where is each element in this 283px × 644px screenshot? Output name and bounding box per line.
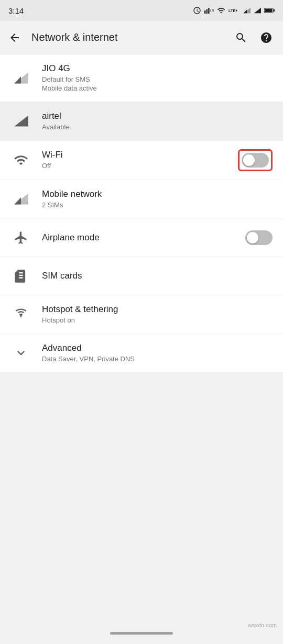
hotspot-icon bbox=[10, 304, 31, 325]
mobile-network-item[interactable]: Mobile network 2 SIMs bbox=[0, 180, 283, 219]
page-title: Network & internet bbox=[31, 31, 228, 43]
airtel-content: airtel Available bbox=[42, 110, 273, 132]
airtel-title: airtel bbox=[42, 110, 273, 122]
svg-text:LTE+: LTE+ bbox=[228, 8, 238, 13]
sim-cards-item[interactable]: SIM cards bbox=[0, 257, 283, 295]
volte-icon: LTE bbox=[204, 6, 214, 15]
airtel-subtitle: Available bbox=[42, 123, 273, 132]
svg-text:LTE: LTE bbox=[210, 9, 214, 12]
wifi-toggle-highlight bbox=[238, 149, 273, 171]
help-icon bbox=[260, 31, 273, 44]
svg-rect-2 bbox=[208, 8, 209, 14]
jio-subtitle: Default for SMSMobile data active bbox=[42, 75, 273, 93]
alarm-icon bbox=[193, 6, 201, 15]
mobile-network-content: Mobile network 2 SIMs bbox=[42, 188, 273, 210]
airtel-item[interactable]: airtel Available bbox=[0, 102, 283, 141]
hotspot-content: Hotspot & tethering Hotspot on bbox=[42, 304, 273, 325]
bottom-nav-indicator bbox=[110, 632, 173, 635]
jio-item[interactable]: JIO 4G Default for SMSMobile data active bbox=[0, 54, 283, 102]
wifi-toggle[interactable] bbox=[242, 153, 269, 168]
svg-rect-1 bbox=[206, 9, 208, 14]
wifi-toggle-knob bbox=[243, 154, 255, 166]
hotspot-item[interactable]: Hotspot & tethering Hotspot on bbox=[0, 295, 283, 334]
airplane-toggle-knob bbox=[247, 232, 258, 243]
mobile-network-title: Mobile network bbox=[42, 188, 273, 200]
app-bar-actions bbox=[228, 25, 279, 50]
back-button[interactable] bbox=[2, 25, 27, 50]
hotspot-subtitle: Hotspot on bbox=[42, 316, 273, 325]
status-icons: LTE LTE+ bbox=[193, 6, 275, 15]
wifi-status-icon bbox=[217, 6, 225, 15]
wifi-item[interactable]: Wi-Fi Off bbox=[0, 141, 283, 180]
wifi-title: Wi-Fi bbox=[42, 149, 232, 161]
watermark: wsxdn.com bbox=[248, 622, 277, 628]
hotspot-title: Hotspot & tethering bbox=[42, 304, 273, 315]
svg-rect-7 bbox=[274, 9, 275, 12]
battery-icon bbox=[264, 6, 275, 15]
back-arrow-icon bbox=[8, 31, 21, 44]
app-bar: Network & internet bbox=[0, 21, 283, 54]
signal-2-icon bbox=[254, 6, 261, 15]
wifi-content: Wi-Fi Off bbox=[42, 149, 232, 171]
airplane-mode-item[interactable]: Airplane mode bbox=[0, 219, 283, 257]
airplane-icon bbox=[10, 227, 31, 248]
advanced-content: Advanced Data Saver, VPN, Private DNS bbox=[42, 342, 273, 364]
svg-rect-6 bbox=[265, 9, 272, 12]
airplane-toggle-control bbox=[245, 230, 273, 245]
status-bar: 3:14 LTE LTE+ bbox=[0, 0, 283, 21]
airplane-toggle[interactable] bbox=[245, 230, 273, 245]
jio-title: JIO 4G bbox=[42, 63, 273, 74]
help-button[interactable] bbox=[254, 25, 279, 50]
advanced-subtitle: Data Saver, VPN, Private DNS bbox=[42, 355, 273, 364]
mobile-network-subtitle: 2 SIMs bbox=[42, 201, 273, 210]
mobile-network-icon bbox=[10, 188, 31, 209]
sim-cards-content: SIM cards bbox=[42, 270, 273, 282]
jio-icon bbox=[10, 68, 31, 88]
search-button[interactable] bbox=[228, 25, 254, 50]
airtel-icon bbox=[10, 110, 31, 131]
advanced-item[interactable]: Advanced Data Saver, VPN, Private DNS bbox=[0, 334, 283, 373]
jio-content: JIO 4G Default for SMSMobile data active bbox=[42, 63, 273, 93]
lte-plus-icon: LTE+ bbox=[228, 6, 240, 15]
svg-rect-0 bbox=[204, 10, 205, 14]
airplane-mode-content: Airplane mode bbox=[42, 232, 239, 243]
sim-icon bbox=[10, 265, 31, 286]
advanced-title: Advanced bbox=[42, 342, 273, 354]
wifi-icon bbox=[10, 150, 31, 171]
chevron-down-icon bbox=[10, 342, 31, 363]
signal-1-icon bbox=[243, 6, 251, 15]
sim-cards-title: SIM cards bbox=[42, 270, 273, 282]
search-icon bbox=[235, 31, 247, 44]
status-time: 3:14 bbox=[8, 6, 24, 15]
wifi-subtitle: Off bbox=[42, 162, 232, 171]
settings-list: JIO 4G Default for SMSMobile data active… bbox=[0, 54, 283, 373]
wifi-toggle-control bbox=[238, 149, 273, 171]
airplane-mode-title: Airplane mode bbox=[42, 232, 239, 243]
